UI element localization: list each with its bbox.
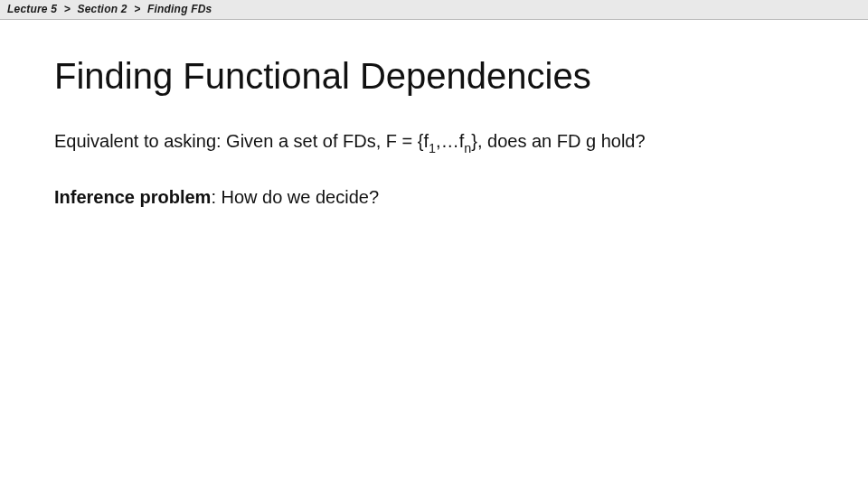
breadcrumb-item-2: Section 2 bbox=[77, 3, 127, 15]
breadcrumb: Lecture 5 > Section 2 > Finding FDs bbox=[0, 0, 868, 20]
line1-mid: ,…f bbox=[436, 131, 464, 151]
breadcrumb-sep-2: > bbox=[134, 3, 140, 15]
line2-bold: Inference problem bbox=[54, 187, 211, 207]
line1-sub2: n bbox=[464, 141, 471, 155]
line1-prefix: Equivalent to asking: Given a set of FDs… bbox=[54, 131, 429, 151]
breadcrumb-item-1: Lecture 5 bbox=[7, 3, 57, 15]
body-line-2: Inference problem: How do we decide? bbox=[54, 185, 814, 210]
line1-sub1: 1 bbox=[429, 141, 436, 155]
slide-content: Finding Functional Dependencies Equivale… bbox=[0, 20, 868, 210]
body-line-1: Equivalent to asking: Given a set of FDs… bbox=[54, 129, 814, 156]
slide-title: Finding Functional Dependencies bbox=[54, 56, 814, 97]
breadcrumb-sep-1: > bbox=[64, 3, 71, 15]
breadcrumb-item-3: Finding FDs bbox=[147, 3, 212, 15]
line1-suffix: }, does an FD g hold? bbox=[471, 131, 645, 151]
line2-rest: : How do we decide? bbox=[211, 187, 379, 207]
